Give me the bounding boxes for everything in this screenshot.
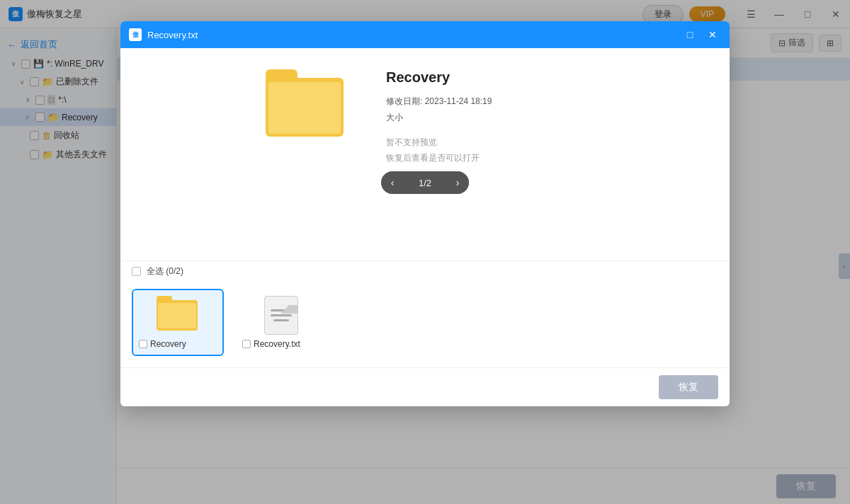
- prev-page-button[interactable]: ‹: [381, 171, 404, 194]
- folder-preview-icon: [266, 69, 344, 137]
- file-item-checkbox-txt[interactable]: [242, 340, 251, 348]
- file-preview-modal: 傲 Recovery.txt □ ✕ Recovery 修改日期:: [120, 21, 730, 406]
- file-item-name-folder: Recovery: [150, 339, 186, 349]
- txt-line-2: [271, 314, 292, 316]
- page-info: 1 / 2: [404, 171, 446, 194]
- file-item-recovery-txt[interactable]: Recovery.txt: [235, 289, 327, 356]
- modal-bottom-bar: 恢复: [120, 367, 730, 406]
- file-item-checkbox-folder[interactable]: [139, 340, 147, 348]
- file-item-name-txt: Recovery.txt: [254, 339, 300, 349]
- file-folder-icon: [157, 296, 199, 335]
- preview-date-meta: 修改日期: 2023-11-24 18:19: [386, 96, 584, 108]
- modal-close-button[interactable]: ✕: [704, 26, 721, 43]
- preview-size-label: 大小: [386, 113, 403, 122]
- modal-filelist: Recovery Recovery.txt: [120, 282, 730, 367]
- txt-line-1: [271, 309, 292, 311]
- file-item-label-row-txt: Recovery.txt: [242, 339, 320, 349]
- modal-preview-section: Recovery 修改日期: 2023-11-24 18:19 大小 暂不支持预…: [120, 48, 730, 260]
- preview-date-label: 修改日期:: [386, 96, 422, 106]
- pagination-row: ‹ 1 / 2 ›: [381, 171, 469, 194]
- folder-item-inner: [158, 303, 196, 328]
- txt-line-3: [273, 319, 289, 321]
- page-current: 1: [419, 178, 424, 188]
- file-txt-icon: [260, 296, 302, 335]
- select-all-checkbox[interactable]: [132, 267, 141, 276]
- modal-pagination: ‹ 1 / 2 ›: [381, 166, 469, 205]
- modal-overlay: 傲 Recovery.txt □ ✕ Recovery 修改日期:: [0, 0, 850, 504]
- preview-note-line2: 恢复后查看是否可以打开: [386, 151, 584, 166]
- preview-date-value: 2023-11-24 18:19: [425, 96, 492, 106]
- modal-logo-icon: 傲: [129, 28, 142, 41]
- modal-maximize-button[interactable]: □: [681, 26, 698, 43]
- modal-title: Recovery.txt: [147, 30, 676, 40]
- next-page-button[interactable]: ›: [446, 171, 469, 194]
- txt-icon-shape: [264, 296, 298, 335]
- preview-info: Recovery 修改日期: 2023-11-24 18:19 大小 暂不支持预…: [386, 69, 584, 166]
- preview-note-line1: 暂不支持预览: [386, 135, 584, 151]
- page-total: 2: [426, 178, 431, 188]
- preview-size-meta: 大小: [386, 112, 584, 124]
- preview-filename: Recovery: [386, 69, 584, 86]
- modal-filelist-header: 全选 (0/2): [120, 260, 730, 282]
- select-all-label: 全选 (0/2): [147, 265, 183, 277]
- file-item-label-row-folder: Recovery: [139, 339, 217, 349]
- file-item-recovery-folder[interactable]: Recovery: [132, 289, 224, 356]
- preview-note: 暂不支持预览 恢复后查看是否可以打开: [386, 135, 584, 166]
- modal-titlebar: 傲 Recovery.txt □ ✕: [120, 21, 730, 48]
- modal-recover-button[interactable]: 恢复: [659, 375, 718, 399]
- folder-inner: [268, 82, 341, 134]
- preview-content: Recovery 修改日期: 2023-11-24 18:19 大小 暂不支持预…: [149, 69, 701, 166]
